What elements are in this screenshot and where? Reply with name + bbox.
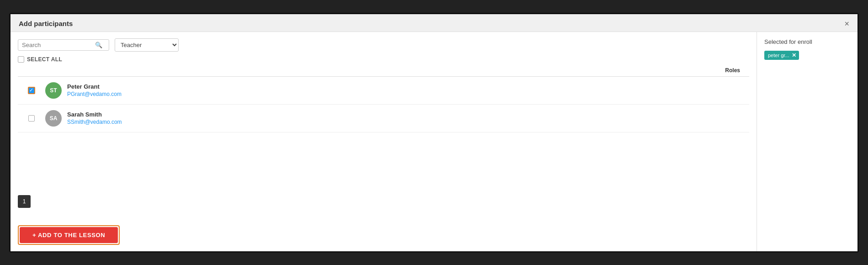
user-name-1: Peter Grant xyxy=(67,83,122,90)
add-to-lesson-button[interactable]: + ADD TO THE LESSON xyxy=(20,227,118,243)
participant-checkbox-2[interactable] xyxy=(28,115,35,122)
col-check-header xyxy=(18,67,45,74)
role-select[interactable]: Teacher Student Observer xyxy=(115,38,179,52)
pagination-row: 1 xyxy=(18,195,749,208)
table-row: SA Sarah Smith SSmith@vedamo.com xyxy=(18,105,749,132)
avatar-2: SA xyxy=(45,110,62,127)
table-row: ST Peter Grant PGrant@vedamo.com xyxy=(18,77,749,105)
user-email-1: PGrant@vedamo.com xyxy=(67,91,122,97)
col-roles-header: Roles xyxy=(612,67,749,74)
modal-header: Add participants × xyxy=(11,14,857,32)
add-btn-wrapper: + ADD TO THE LESSON xyxy=(18,225,120,245)
avatar-1: ST xyxy=(45,82,62,99)
left-panel: 🔍 Teacher Student Observer SELECT ALL Ro… xyxy=(11,32,757,251)
enrolled-tag-label-1: peter gr... xyxy=(768,53,789,58)
right-panel: Selected for enroll peter gr... ✕ xyxy=(757,32,857,251)
col-user-header xyxy=(45,67,612,74)
toolbar: 🔍 Teacher Student Observer xyxy=(18,38,749,52)
enrolled-tag-1: peter gr... ✕ xyxy=(764,51,799,60)
user-cell-2: SA Sarah Smith SSmith@vedamo.com xyxy=(45,110,612,127)
table-header: Roles xyxy=(18,64,749,77)
search-input[interactable] xyxy=(22,42,95,48)
modal-container: Add participants × 🔍 Teacher Student Obs… xyxy=(9,13,859,253)
modal-title: Add participants xyxy=(19,20,73,27)
user-info-1: Peter Grant PGrant@vedamo.com xyxy=(67,83,122,97)
check-cell-2 xyxy=(18,115,45,122)
enrolled-tag-close-1[interactable]: ✕ xyxy=(792,52,796,58)
select-all-row: SELECT ALL xyxy=(18,56,749,63)
select-all-label[interactable]: SELECT ALL xyxy=(27,56,62,63)
check-cell-1 xyxy=(18,87,45,94)
select-all-checkbox[interactable] xyxy=(18,56,24,63)
modal-body: 🔍 Teacher Student Observer SELECT ALL Ro… xyxy=(11,32,857,251)
page-1-button[interactable]: 1 xyxy=(18,195,31,208)
search-icon: 🔍 xyxy=(95,42,102,48)
user-email-2: SSmith@vedamo.com xyxy=(67,119,122,125)
selected-for-enroll-title: Selected for enroll xyxy=(764,38,850,45)
user-cell-1: ST Peter Grant PGrant@vedamo.com xyxy=(45,82,612,99)
participant-checkbox-1[interactable] xyxy=(28,87,35,94)
participants-table: Roles ST Peter Grant PGrant@vedamo.com xyxy=(18,64,749,188)
add-btn-area: + ADD TO THE LESSON xyxy=(18,216,749,245)
user-info-2: Sarah Smith SSmith@vedamo.com xyxy=(67,111,122,125)
search-box: 🔍 xyxy=(18,39,109,51)
user-name-2: Sarah Smith xyxy=(67,111,122,118)
close-button[interactable]: × xyxy=(844,20,849,28)
enrolled-tags: peter gr... ✕ xyxy=(764,51,850,60)
